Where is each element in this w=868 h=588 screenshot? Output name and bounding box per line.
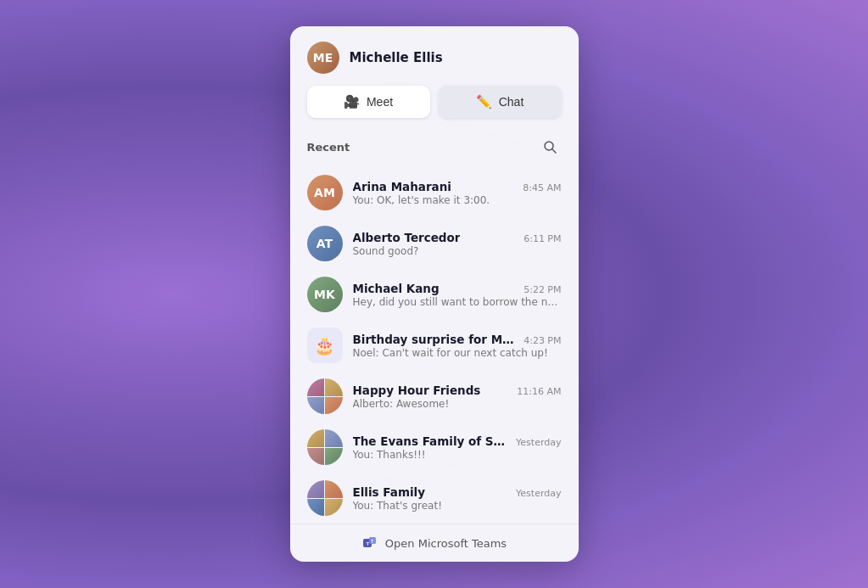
chat-time: 4:23 PM: [524, 335, 561, 346]
chat-info: Arina Maharani 8:45 AM You: OK, let's ma…: [353, 180, 562, 206]
chat-info: Happy Hour Friends 11:16 AM Alberto: Awe…: [353, 384, 562, 410]
group-avatar: [307, 429, 343, 465]
chat-preview: You: OK, let's make it 3:00.: [353, 194, 562, 206]
chat-info: Alberto Tercedor 6:11 PM Sound good?: [353, 231, 562, 257]
open-teams-link[interactable]: Open Microsoft Teams: [385, 537, 507, 550]
chat-info: Ellis Family Yesterday You: That's great…: [353, 485, 562, 512]
chat-info: Michael Kang 5:22 PM Hey, did you still …: [353, 282, 562, 308]
chat-time: Yesterday: [516, 488, 561, 499]
teams-panel: ME Michelle Ellis 🎥 Meet ✏️ Chat Recent: [290, 26, 579, 562]
chat-item[interactable]: AM Arina Maharani 8:45 AM You: OK, let's…: [290, 167, 579, 218]
group-avatar: [307, 480, 343, 516]
chat-name: Birthday surprise for Mum: [353, 333, 519, 346]
chat-button[interactable]: ✏️ Chat: [439, 86, 562, 118]
chat-time: 5:22 PM: [524, 284, 561, 295]
svg-text:T: T: [371, 539, 373, 544]
chat-item[interactable]: MK Michael Kang 5:22 PM Hey, did you sti…: [290, 269, 579, 320]
chat-preview: Hey, did you still want to borrow the no…: [353, 296, 562, 308]
action-buttons: 🎥 Meet ✏️ Chat: [290, 86, 579, 130]
contact-avatar: MK: [307, 277, 343, 312]
video-icon: 🎥: [344, 94, 360, 109]
chat-info: Birthday surprise for Mum 4:23 PM Noel: …: [353, 333, 562, 359]
recent-label: Recent: [307, 141, 350, 154]
chat-time: Yesterday: [516, 437, 561, 448]
chat-name: Arina Maharani: [353, 180, 451, 193]
chat-name: Michael Kang: [353, 282, 440, 295]
chat-item[interactable]: AT Alberto Tercedor 6:11 PM Sound good?: [290, 218, 579, 269]
meet-label: Meet: [367, 95, 393, 109]
chat-info: The Evans Family of Supers Yesterday You…: [353, 434, 562, 461]
chat-item[interactable]: 🎂 Birthday surprise for Mum 4:23 PM Noel…: [290, 320, 579, 371]
teams-logo-icon: T T: [361, 535, 378, 552]
search-icon: [543, 140, 557, 154]
chat-item[interactable]: Happy Hour Friends 11:16 AM Alberto: Awe…: [290, 371, 579, 422]
panel-footer: T T Open Microsoft Teams: [290, 524, 579, 562]
chat-name: Alberto Tercedor: [353, 231, 461, 244]
chat-preview: You: Thanks!!!: [353, 449, 562, 461]
group-icon: 🎂: [307, 328, 343, 363]
chat-item[interactable]: Ellis Family Yesterday You: That's great…: [290, 473, 579, 524]
panel-header: ME Michelle Ellis: [290, 26, 579, 86]
chat-name: Happy Hour Friends: [353, 384, 481, 397]
chat-time: 11:16 AM: [517, 386, 561, 397]
chat-preview: Alberto: Awesome!: [353, 398, 562, 410]
search-button[interactable]: [538, 135, 562, 159]
chat-preview: Sound good?: [353, 245, 562, 257]
chat-label: Chat: [499, 95, 524, 109]
compose-icon: ✏️: [476, 94, 492, 109]
user-avatar: ME: [307, 42, 339, 74]
chat-time: 8:45 AM: [523, 182, 561, 193]
contact-avatar: AM: [307, 175, 343, 210]
group-avatar: [307, 378, 343, 414]
meet-button[interactable]: 🎥 Meet: [307, 86, 430, 118]
svg-text:T: T: [366, 541, 369, 546]
recent-header: Recent: [290, 130, 579, 167]
chat-preview: Noel: Can't wait for our next catch up!: [353, 347, 562, 359]
svg-line-1: [552, 149, 556, 153]
chat-item[interactable]: The Evans Family of Supers Yesterday You…: [290, 422, 579, 473]
chat-time: 6:11 PM: [524, 233, 561, 244]
contact-avatar: AT: [307, 226, 343, 261]
chat-list: AM Arina Maharani 8:45 AM You: OK, let's…: [290, 167, 579, 524]
chat-preview: You: That's great!: [353, 500, 562, 512]
chat-name: The Evans Family of Supers: [353, 434, 512, 448]
user-name: Michelle Ellis: [350, 50, 443, 65]
chat-name: Ellis Family: [353, 485, 426, 499]
